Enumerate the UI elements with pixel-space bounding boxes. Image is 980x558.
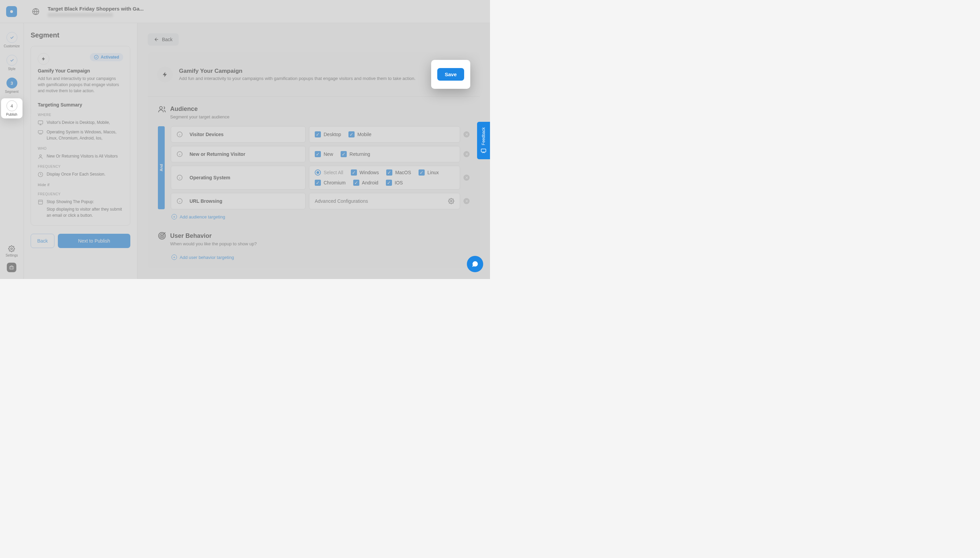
device-icon bbox=[38, 120, 43, 126]
gear-icon bbox=[8, 245, 15, 252]
segment-card: Activated Gamify Your Campaign Add fun a… bbox=[31, 46, 130, 226]
info-icon[interactable] bbox=[177, 151, 183, 157]
svg-point-0 bbox=[10, 10, 13, 13]
check-circle-icon bbox=[94, 55, 98, 59]
banner-bolt-icon bbox=[157, 67, 173, 82]
radio-select-all[interactable]: Select All bbox=[315, 169, 343, 176]
main-back-button[interactable]: Back bbox=[148, 33, 179, 46]
target-icon bbox=[158, 232, 166, 240]
monitor-icon bbox=[38, 130, 43, 135]
checkbox-mobile[interactable]: ✓Mobile bbox=[348, 131, 371, 138]
chat-bubble-icon bbox=[471, 260, 479, 268]
sidebar-back-button[interactable]: Back bbox=[31, 234, 54, 248]
banner-desc: Add fun and interactivity to your campai… bbox=[179, 76, 415, 81]
globe-icon bbox=[32, 8, 39, 15]
rule-newreturn-options: ✓New ✓Returning bbox=[309, 146, 460, 162]
bolt-icon bbox=[38, 53, 49, 65]
sidebar-heading: Segment bbox=[31, 31, 130, 39]
checkbox-new[interactable]: ✓New bbox=[315, 151, 333, 157]
next-to-publish-button[interactable]: Next to Publish bbox=[58, 234, 130, 248]
save-card: Save bbox=[431, 60, 470, 89]
svg-point-7 bbox=[39, 155, 41, 156]
svg-point-2 bbox=[11, 248, 13, 250]
briefcase-icon bbox=[9, 265, 14, 270]
info-icon[interactable] bbox=[177, 131, 183, 138]
page-title: Target Black Friday Shoppers with Ga... bbox=[48, 6, 144, 11]
delete-rule-button[interactable]: ✕ bbox=[463, 131, 469, 138]
person-icon bbox=[38, 154, 43, 159]
svg-rect-19 bbox=[481, 149, 486, 152]
step-style[interactable]: Style bbox=[0, 53, 23, 73]
arrow-left-icon bbox=[154, 37, 159, 42]
rule-os-options: Select All ✓Windows ✓MacOS ✓Linux ✓Chrom… bbox=[309, 166, 460, 190]
clock-icon bbox=[38, 172, 43, 177]
svg-rect-9 bbox=[38, 200, 43, 204]
settings-button[interactable]: Settings bbox=[5, 245, 18, 257]
add-behavior-targeting[interactable]: +Add user behavior targeting bbox=[171, 254, 469, 260]
delete-rule-button[interactable]: ✕ bbox=[463, 198, 469, 204]
checkbox-windows[interactable]: ✓Windows bbox=[351, 169, 379, 176]
targeting-summary-heading: Targeting Summary bbox=[38, 102, 123, 108]
svg-point-4 bbox=[94, 55, 98, 59]
svg-rect-3 bbox=[10, 266, 14, 269]
step-customize[interactable]: Customize bbox=[0, 30, 23, 50]
audience-title: Audience bbox=[170, 105, 198, 113]
info-icon[interactable] bbox=[177, 198, 183, 204]
app-logo[interactable] bbox=[6, 6, 17, 17]
behavior-sub: When would you like the popup to show up… bbox=[170, 241, 469, 246]
card-desc: Add fun and interactivity to your campai… bbox=[38, 75, 123, 94]
delete-rule-button[interactable]: ✕ bbox=[463, 151, 469, 157]
checkbox-ios[interactable]: ✓IOS bbox=[386, 180, 403, 186]
banner-title: Gamify Your Campaign bbox=[179, 68, 415, 74]
rule-os: Operating System bbox=[171, 166, 305, 190]
rule-url-right: Advanced Configurations bbox=[309, 193, 460, 209]
rule-url: URL Browsing bbox=[171, 193, 305, 209]
svg-point-18 bbox=[161, 235, 163, 236]
step-publish[interactable]: 4 Publish bbox=[1, 98, 23, 118]
briefcase-button[interactable] bbox=[7, 263, 16, 272]
rule-visitor-devices: Visitor Devices bbox=[171, 126, 305, 143]
svg-rect-5 bbox=[38, 121, 43, 124]
rule-new-returning: New or Returning Visitor bbox=[171, 146, 305, 162]
audience-icon bbox=[158, 105, 166, 113]
checkbox-macos[interactable]: ✓MacOS bbox=[386, 169, 411, 176]
gear-icon[interactable] bbox=[448, 198, 454, 204]
activated-badge: Activated bbox=[90, 53, 123, 61]
info-icon[interactable] bbox=[177, 174, 183, 181]
chat-icon bbox=[481, 148, 487, 154]
checkbox-desktop[interactable]: ✓Desktop bbox=[315, 131, 341, 138]
checkbox-android[interactable]: ✓Android bbox=[353, 180, 378, 186]
behavior-title: User Behavior bbox=[170, 232, 212, 240]
page-subtitle-blurred bbox=[48, 13, 113, 17]
popup-icon bbox=[38, 199, 43, 205]
svg-point-10 bbox=[159, 107, 163, 109]
card-title: Gamify Your Campaign bbox=[38, 68, 123, 74]
checkbox-returning[interactable]: ✓Returning bbox=[341, 151, 370, 157]
checkbox-linux[interactable]: ✓Linux bbox=[419, 169, 438, 176]
checkbox-chromium[interactable]: ✓Chromium bbox=[315, 180, 346, 186]
add-audience-targeting[interactable]: +Add audience targeting bbox=[171, 214, 469, 220]
and-connector: And bbox=[158, 126, 165, 209]
save-button[interactable]: Save bbox=[437, 68, 464, 80]
feedback-tab[interactable]: Feedback bbox=[477, 122, 490, 159]
svg-rect-6 bbox=[38, 131, 43, 133]
svg-point-15 bbox=[451, 200, 452, 202]
chat-fab[interactable] bbox=[467, 256, 483, 272]
delete-rule-button[interactable]: ✕ bbox=[463, 174, 469, 181]
rule-devices-options: ✓Desktop ✓Mobile bbox=[309, 126, 460, 143]
audience-sub: Segment your target audience bbox=[170, 114, 469, 120]
step-segment[interactable]: 3 Segment bbox=[0, 75, 23, 95]
